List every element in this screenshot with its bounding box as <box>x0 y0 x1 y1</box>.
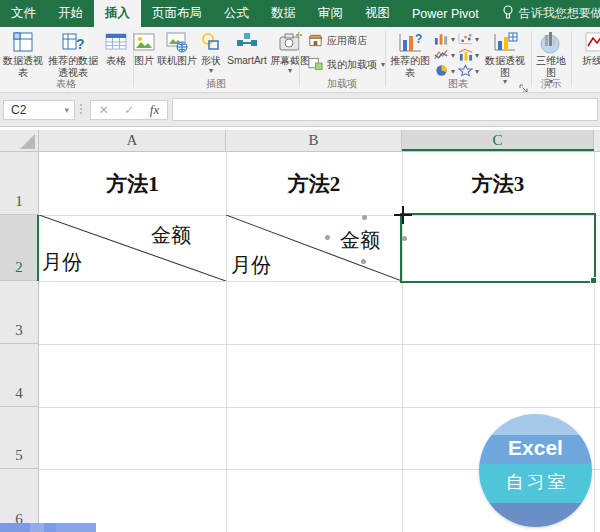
crosshair-cursor <box>402 206 404 224</box>
button-label: 图片 <box>134 55 154 67</box>
cancel-icon[interactable]: ✕ <box>99 103 109 117</box>
shape-handle[interactable] <box>361 259 366 264</box>
cell-b2-upper-label: 金额 <box>340 227 380 254</box>
shape-handle[interactable] <box>325 235 330 240</box>
shapes-icon <box>199 29 223 55</box>
formula-input[interactable] <box>172 98 598 121</box>
row-header-5[interactable]: 5 <box>0 407 39 469</box>
my-addins-icon <box>308 57 323 73</box>
insert-function-button[interactable]: fx <box>150 102 159 118</box>
name-box-value: C2 <box>11 103 26 117</box>
smartart-button[interactable]: SmartArt <box>224 29 270 67</box>
dropdown-arrow-icon: ▾ <box>451 52 455 60</box>
button-label: 表格 <box>106 55 126 67</box>
dropdown-arrow-icon: ▾ <box>475 52 479 60</box>
select-all-icon <box>20 134 35 149</box>
tab-power-pivot[interactable]: Power Pivot <box>401 0 490 27</box>
button-label: 形状 <box>201 55 221 67</box>
charts-dialog-launcher-icon[interactable] <box>519 79 528 93</box>
tab-file[interactable]: 文件 <box>0 0 47 27</box>
tab-home[interactable]: 开始 <box>47 0 94 27</box>
formula-bar-drag-handle[interactable] <box>80 104 82 114</box>
row-header-3[interactable]: 3 <box>0 281 39 344</box>
button-label: 推荐的数据透视表 <box>46 55 100 78</box>
shapes-button[interactable]: 形状 ▾ <box>198 29 224 75</box>
cell-a1[interactable]: 方法1 <box>39 152 226 215</box>
column-header-d-sliver[interactable] <box>594 130 600 151</box>
button-label: 数据透视表 <box>2 55 44 78</box>
svg-text:?: ? <box>415 32 422 46</box>
button-label: 屏幕截图 <box>270 55 310 67</box>
column-header-c-selected[interactable]: C <box>402 130 594 151</box>
formula-bar-row: C2 ▾ ✕ ✓ fx <box>0 93 600 127</box>
name-box-dropdown-icon[interactable]: ▾ <box>64 105 74 115</box>
cell-c1[interactable]: 方法3 <box>402 152 594 215</box>
cell-a2-upper-label: 金额 <box>151 222 191 249</box>
picture-icon <box>132 29 156 55</box>
select-all-corner[interactable] <box>0 130 39 151</box>
recommended-pivottables-button[interactable]: ? 推荐的数据透视表 <box>46 29 100 78</box>
tab-view[interactable]: 视图 <box>354 0 401 27</box>
enter-icon[interactable]: ✓ <box>124 103 134 117</box>
tab-page-layout[interactable]: 页面布局 <box>141 0 213 27</box>
app-store-button[interactable]: 应用商店 <box>308 33 367 49</box>
tab-review[interactable]: 审阅 <box>307 0 354 27</box>
progress-segment <box>30 523 44 532</box>
name-box[interactable]: C2 ▾ <box>3 100 75 120</box>
progress-segment <box>56 523 96 532</box>
online-pictures-button[interactable]: 联机图片 <box>156 29 198 67</box>
dropdown-arrow-icon: ▾ <box>209 67 213 75</box>
tell-me-label: 告诉我您想要做什么... <box>519 5 600 22</box>
tab-data[interactable]: 数据 <box>260 0 307 27</box>
my-addins-button[interactable]: 我的加载项 ▾ <box>308 57 385 73</box>
gridline <box>39 344 600 345</box>
tab-insert[interactable]: 插入 <box>94 0 141 27</box>
screenshot-button[interactable]: 屏幕截图 ▾ <box>270 29 310 75</box>
button-label: 折线图 <box>582 55 600 67</box>
row-header-2-selected[interactable]: 2 <box>0 215 39 281</box>
group-divider <box>571 31 572 87</box>
fill-handle[interactable] <box>590 277 597 284</box>
group-label-demo: 演示 <box>532 77 570 91</box>
watermark-line2: 自习室 <box>479 470 592 494</box>
excel-study-room-watermark: Excel 自习室 <box>479 414 592 527</box>
selected-column-accent <box>402 149 594 151</box>
column-header-b[interactable]: B <box>226 130 402 151</box>
recommended-charts-button[interactable]: ? 推荐的图表 <box>388 29 432 78</box>
cell-b2-diagonal[interactable]: 金额 月份 <box>226 215 402 281</box>
pictures-button[interactable]: 图片 <box>131 29 157 67</box>
button-label: 三维地图 <box>534 55 568 78</box>
tab-formulas[interactable]: 公式 <box>213 0 260 27</box>
dropdown-arrow-icon: ▾ <box>451 36 455 44</box>
table-button[interactable]: 表格 <box>100 29 132 67</box>
dropdown-arrow-icon: ▾ <box>475 68 479 76</box>
button-label: 我的加载项 <box>327 58 377 72</box>
pivottable-icon <box>11 29 35 55</box>
pivotchart-icon <box>492 29 518 55</box>
dropdown-arrow-icon: ▾ <box>451 68 455 76</box>
row-header-4[interactable]: 4 <box>0 344 39 407</box>
recommended-chart-icon: ? <box>397 29 423 55</box>
recommended-pivottable-icon: ? <box>61 29 85 55</box>
pivottable-button[interactable]: 数据透视表 <box>2 29 44 78</box>
cell-a2-diagonal[interactable]: 金额 月份 <box>39 215 226 281</box>
shape-handle[interactable] <box>362 215 367 220</box>
table-icon <box>104 29 128 55</box>
3d-map-icon <box>538 29 564 55</box>
button-label: 数据透视图 <box>482 55 528 78</box>
cell-b1[interactable]: 方法2 <box>226 152 402 215</box>
lightbulb-icon <box>502 5 514 23</box>
column-header-a[interactable]: A <box>39 130 226 151</box>
group-label-charts: 图表 <box>386 77 530 91</box>
video-progress-bar[interactable] <box>0 523 96 532</box>
formula-bar-buttons: ✕ ✓ fx <box>90 100 168 120</box>
selected-cell-c2[interactable] <box>400 213 596 283</box>
group-label-tables: 表格 <box>0 77 132 91</box>
dropdown-arrow-icon: ▾ <box>475 36 479 44</box>
sparkline-line-button[interactable]: 折线图 <box>575 29 600 67</box>
row-header-1[interactable]: 1 <box>0 152 39 215</box>
button-label: 应用商店 <box>327 34 367 48</box>
tell-me-box[interactable]: 告诉我您想要做什么... <box>502 0 600 27</box>
store-icon <box>308 33 323 49</box>
dropdown-arrow-icon: ▾ <box>288 67 292 75</box>
